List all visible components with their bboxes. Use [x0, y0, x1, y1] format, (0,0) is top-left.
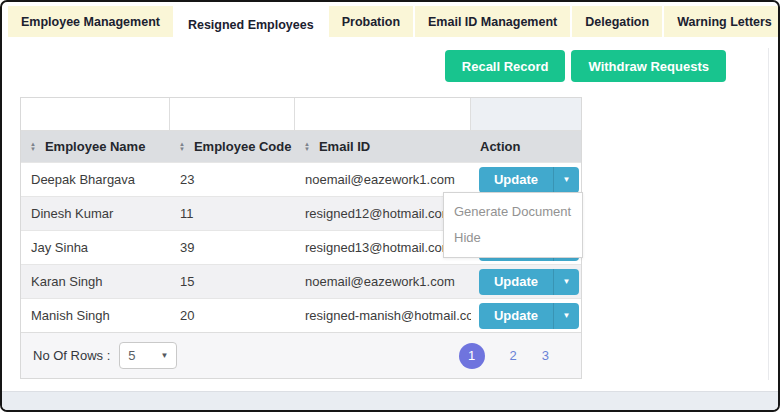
tab-warning-letters[interactable]: Warning Letters	[664, 6, 780, 37]
column-header-label: Employee Name	[45, 139, 145, 154]
sort-down-icon: ▼	[304, 147, 310, 152]
tab-label: Delegation	[585, 15, 649, 29]
table-header-row: ▲▼ Employee Name ▲▼ Employee Code ▲▼ Ema…	[21, 131, 581, 162]
filter-email-id-input[interactable]	[295, 98, 470, 130]
email-id-cell: noemail@eazework1.com	[295, 172, 471, 187]
update-dropdown-menu: Generate Document Hide	[443, 192, 583, 258]
tab-email-id-management[interactable]: Email ID Management	[415, 6, 570, 37]
tab-label: Employee Management	[21, 15, 160, 29]
tab-label: Probation	[342, 15, 400, 29]
update-button[interactable]: Update ▼	[479, 167, 579, 193]
table-row: Deepak Bhargava 23 noemail@eazework1.com…	[21, 162, 581, 196]
bottom-strip	[2, 391, 778, 410]
employee-code-cell: 20	[170, 308, 295, 323]
column-header-label: Action	[480, 139, 520, 154]
menu-item-hide[interactable]: Hide	[444, 225, 582, 251]
sort-icon[interactable]: ▲▼	[30, 142, 36, 151]
rows-per-page-control: No Of Rows : 5 ▼	[33, 342, 177, 369]
column-header-label: Email ID	[319, 139, 370, 154]
rows-per-page-select[interactable]: 5 ▼	[119, 342, 177, 369]
employee-name-cell: Deepak Bhargava	[21, 172, 170, 187]
column-header-email-id[interactable]: ▲▼ Email ID	[295, 139, 471, 154]
employee-code-cell: 39	[170, 240, 295, 255]
update-button[interactable]: Update ▼	[479, 269, 579, 295]
update-button[interactable]: Update ▼	[479, 303, 579, 329]
sort-down-icon: ▼	[179, 147, 185, 152]
employee-name-cell: Jay Sinha	[21, 240, 170, 255]
tab-label: Email ID Management	[428, 15, 557, 29]
sort-down-icon: ▼	[30, 147, 36, 152]
update-dropdown-toggle[interactable]: ▼	[553, 303, 579, 329]
sort-icon[interactable]: ▲▼	[304, 142, 310, 151]
app-window: Employee Management Resigned Employees P…	[0, 0, 780, 412]
filter-cell	[170, 98, 295, 131]
column-header-label: Employee Code	[194, 139, 292, 154]
action-cell: Update ▼	[471, 167, 581, 193]
filter-cell-action	[471, 98, 581, 131]
email-id-cell: resigned-manish@hotmail.com	[295, 308, 471, 323]
withdraw-requests-button[interactable]: Withdraw Requests	[571, 50, 726, 82]
chevron-down-icon: ▼	[160, 351, 168, 360]
update-dropdown-toggle[interactable]: ▼	[553, 269, 579, 295]
update-dropdown-toggle[interactable]: ▼	[553, 167, 579, 193]
tab-probation[interactable]: Probation	[329, 6, 413, 37]
employee-name-cell: Karan Singh	[21, 274, 170, 289]
filter-row	[21, 98, 581, 131]
email-id-cell: noemail@eazework1.com	[295, 274, 471, 289]
column-header-employee-code[interactable]: ▲▼ Employee Code	[170, 139, 295, 154]
update-button-label[interactable]: Update	[479, 269, 553, 295]
panel-right-edge	[768, 48, 769, 380]
sort-icon[interactable]: ▲▼	[179, 142, 185, 151]
update-button-label[interactable]: Update	[479, 303, 553, 329]
column-header-action: Action	[471, 139, 581, 154]
employee-name-cell: Manish Singh	[21, 308, 170, 323]
table-row: Manish Singh 20 resigned-manish@hotmail.…	[21, 298, 581, 332]
action-cell: Update ▼	[471, 269, 581, 295]
employee-code-cell: 23	[170, 172, 295, 187]
pagination-page-1[interactable]: 1	[459, 343, 485, 369]
recall-record-button[interactable]: Recall Record	[445, 50, 566, 82]
employee-code-cell: 11	[170, 206, 295, 221]
tab-label: Warning Letters	[677, 15, 772, 29]
table-row: Karan Singh 15 noemail@eazework1.com Upd…	[21, 264, 581, 298]
tab-resigned-employees[interactable]: Resigned Employees	[175, 6, 327, 44]
tab-label: Resigned Employees	[188, 18, 314, 32]
menu-item-generate-document[interactable]: Generate Document	[444, 199, 582, 225]
filter-employee-name-input[interactable]	[21, 98, 169, 130]
filter-employee-code-input[interactable]	[170, 98, 294, 130]
filter-cell	[21, 98, 170, 131]
filter-cell	[295, 98, 471, 131]
employee-name-cell: Dinesh Kumar	[21, 206, 170, 221]
table-footer: No Of Rows : 5 ▼ 1 2 3	[21, 332, 581, 378]
tab-bar: Employee Management Resigned Employees P…	[8, 6, 776, 46]
action-cell: Update ▼	[471, 303, 581, 329]
pagination-page-2[interactable]: 2	[510, 348, 517, 363]
column-header-employee-name[interactable]: ▲▼ Employee Name	[21, 139, 170, 154]
employee-code-cell: 15	[170, 274, 295, 289]
rows-per-page-value: 5	[128, 348, 135, 363]
update-button-label[interactable]: Update	[479, 167, 553, 193]
pagination-page-3[interactable]: 3	[542, 348, 549, 363]
pagination: 1 2 3	[459, 343, 549, 369]
tab-delegation[interactable]: Delegation	[572, 6, 662, 37]
toolbar: Recall Record Withdraw Requests	[2, 50, 726, 82]
tab-employee-management[interactable]: Employee Management	[8, 6, 173, 37]
rows-per-page-label: No Of Rows :	[33, 348, 110, 363]
